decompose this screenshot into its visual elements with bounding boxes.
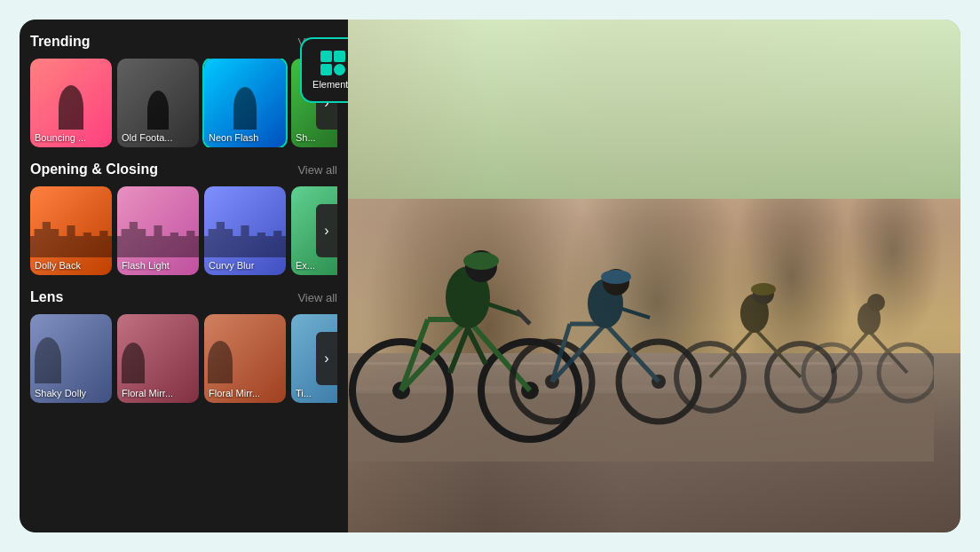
card-shaky-dolly[interactable]: Shaky Dolly xyxy=(30,314,112,403)
svg-line-14 xyxy=(517,311,530,324)
svg-point-12 xyxy=(463,252,499,270)
svg-line-38 xyxy=(832,331,869,373)
card-dolly-back[interactable]: Dolly Back xyxy=(30,186,112,275)
city-silhouette-3 xyxy=(204,222,286,257)
card-curvy-blur-label: Curvy Blur xyxy=(209,260,281,271)
card-til-label: Ti... xyxy=(296,388,337,398)
card-floral-mirr2[interactable]: Floral Mirr... xyxy=(204,314,286,403)
city-silhouette-1 xyxy=(30,222,112,257)
phone-panel: Elements Trending View all Bouncing ... xyxy=(20,20,348,532)
card-dolly-back-label: Dolly Back xyxy=(35,260,107,271)
card-curvy-blur[interactable]: Curvy Blur xyxy=(204,186,286,275)
card-ex-label: Ex... xyxy=(296,260,337,271)
card-bouncing-label: Bouncing ... xyxy=(35,132,107,143)
svg-point-41 xyxy=(867,294,885,311)
opening-closing-section: Opening & Closing View all Dolly Back Fl… xyxy=(30,162,337,275)
lens-header: Lens View all xyxy=(30,289,337,305)
card-old-footage-label: Old Foota... xyxy=(122,132,194,143)
trending-cards-row: Bouncing ... Old Foota... Neon Flash Sh.… xyxy=(30,59,337,147)
lens-title: Lens xyxy=(30,289,63,305)
lens-cards-row: Shaky Dolly Floral Mirr... Floral Mirr..… xyxy=(30,314,337,403)
card-flash-light-label: Flash Light xyxy=(122,260,194,271)
trending-title: Trending xyxy=(30,34,91,50)
card-floral-mirr1-label: Floral Mirr... xyxy=(122,388,194,398)
svg-point-27 xyxy=(601,270,631,284)
opening-closing-cards-row: Dolly Back Flash Light Curvy Blur Ex... xyxy=(30,186,337,275)
card-neon-flash[interactable]: Neon Flash xyxy=(204,59,286,147)
card-sh-label: Sh... xyxy=(296,132,337,143)
lens-view-all[interactable]: View all xyxy=(297,291,337,304)
lens-next-arrow[interactable] xyxy=(316,332,337,385)
trending-section: Trending View all Bouncing ... Old Foota… xyxy=(30,34,337,147)
opening-next-arrow[interactable] xyxy=(316,204,337,257)
card-neon-flash-label: Neon Flash xyxy=(209,132,281,143)
elements-icon xyxy=(320,51,345,75)
elements-label: Elements xyxy=(312,79,348,90)
city-silhouette-2 xyxy=(117,222,199,257)
card-old-footage[interactable]: Old Foota... xyxy=(117,59,199,147)
opening-closing-header: Opening & Closing View all xyxy=(30,162,337,177)
opening-closing-title: Opening & Closing xyxy=(30,162,158,177)
cyclists-svg xyxy=(312,177,934,461)
outer-container: Elements Trending View all Bouncing ... xyxy=(20,20,960,532)
card-floral-mirr2-label: Floral Mirr... xyxy=(209,388,281,398)
svg-line-22 xyxy=(605,324,659,382)
opening-closing-view-all[interactable]: View all xyxy=(297,163,337,177)
card-bouncing[interactable]: Bouncing ... xyxy=(30,59,112,147)
elements-badge[interactable]: Elements xyxy=(300,37,348,103)
svg-point-35 xyxy=(751,283,776,296)
background-photo xyxy=(286,20,960,532)
lens-section: Lens View all Shaky Dolly Floral Mirr...… xyxy=(30,289,337,403)
card-shaky-dolly-label: Shaky Dolly xyxy=(35,388,107,398)
card-floral-mirr1[interactable]: Floral Mirr... xyxy=(117,314,199,403)
trending-header: Trending View all xyxy=(30,34,337,50)
svg-line-39 xyxy=(869,331,907,373)
svg-line-32 xyxy=(755,328,801,377)
card-flash-light[interactable]: Flash Light xyxy=(117,186,199,275)
svg-line-31 xyxy=(710,328,755,377)
